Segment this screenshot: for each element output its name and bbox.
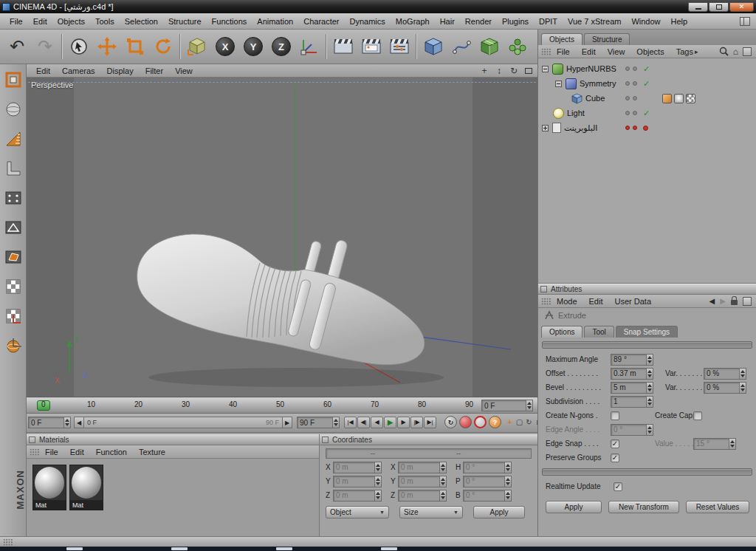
group-header-bar[interactable] [542, 468, 752, 476]
live-selection-button[interactable] [65, 32, 93, 61]
material-thumbnail[interactable]: Mat [32, 465, 66, 510]
menu-hair[interactable]: Hair [435, 15, 460, 28]
viewport-menu-display[interactable]: Display [101, 66, 140, 75]
objects-menu-tags[interactable]: Tags [670, 47, 695, 56]
minimize-button[interactable] [688, 2, 708, 12]
viewport-menu-edit[interactable]: Edit [30, 66, 56, 75]
render-view-button[interactable] [329, 32, 357, 61]
scroll-left-icon[interactable]: ◀ [74, 417, 84, 428]
menu-render[interactable]: Render [460, 15, 497, 28]
group-header-bar[interactable] [542, 341, 752, 349]
attributes-header[interactable]: Attributes [538, 284, 756, 295]
coordinate-size-dropdown[interactable]: Size▼ [399, 506, 463, 519]
disabled-dot-icon[interactable] [643, 126, 648, 131]
move-tool-button[interactable] [93, 32, 121, 61]
size-x-field[interactable]: 0 m [398, 462, 447, 473]
menu-plugins[interactable]: Plugins [497, 15, 534, 28]
play-button[interactable]: ▶ [384, 417, 396, 428]
visibility-dots[interactable] [625, 126, 637, 130]
tab-structure[interactable]: Structure [584, 33, 630, 45]
history-back-icon[interactable]: ◀ [709, 297, 715, 305]
end-frame-field[interactable]: 90 F [297, 417, 340, 428]
maximize-button[interactable] [709, 2, 729, 12]
model-extrude-object[interactable] [115, 211, 455, 395]
visibility-dots[interactable] [625, 66, 637, 71]
panel-grip[interactable] [541, 298, 551, 305]
collapse-toggle-icon[interactable] [542, 66, 549, 72]
model-mode-button[interactable] [2, 98, 24, 120]
timeline-ruler[interactable]: 0 10 20 30 40 50 60 70 80 90 0 F [27, 397, 537, 414]
add-cube-button[interactable] [419, 32, 447, 61]
play-mode-button[interactable]: ↻ [444, 416, 457, 428]
camera-orbit-icon[interactable]: ↻ [509, 66, 519, 76]
offset-field[interactable]: 0.37 m [611, 368, 653, 380]
menu-structure[interactable]: Structure [163, 15, 207, 28]
object-axis-button[interactable] [2, 335, 24, 357]
visibility-dots[interactable] [625, 96, 637, 100]
record-rotation-toggle[interactable]: ↻ [524, 417, 534, 428]
lock-x-button[interactable]: X [211, 32, 239, 61]
camera-dolly-icon[interactable]: ↕ [494, 66, 504, 76]
texture-button[interactable] [2, 276, 24, 298]
points-mode-button[interactable] [2, 187, 24, 209]
record-position-toggle[interactable]: + [505, 417, 515, 428]
next-key-button[interactable]: |▶ [410, 417, 423, 428]
position-x-field[interactable]: 0 m [333, 462, 382, 473]
materials-menu-texture[interactable]: Texture [133, 448, 171, 456]
viewport-menu-view[interactable]: View [169, 66, 199, 75]
tab-options[interactable]: Options [541, 326, 583, 338]
tree-row-light[interactable]: Light ✓ [538, 106, 756, 120]
home-icon[interactable]: ⌂ [733, 47, 738, 57]
enabled-check-icon[interactable]: ✓ [643, 79, 650, 89]
menu-window[interactable]: Window [626, 15, 665, 28]
tree-row-cube[interactable]: Cube [538, 91, 756, 106]
material-thumbnail[interactable]: Mat [69, 465, 103, 510]
search-icon[interactable] [719, 47, 729, 56]
add-spline-button[interactable] [447, 32, 475, 61]
lock-icon[interactable] [731, 300, 738, 305]
panel-collapse-icon[interactable] [29, 437, 35, 443]
materials-menu-file[interactable]: File [39, 448, 64, 456]
expand-toggle-icon[interactable] [542, 125, 549, 131]
edges-mode-button[interactable] [2, 216, 24, 239]
material-name[interactable]: Mat [70, 500, 103, 510]
frame-spinner[interactable] [526, 400, 532, 411]
viewport-maximize-icon[interactable] [523, 66, 534, 76]
history-forward-icon[interactable]: ▶ [720, 297, 726, 305]
coordinate-object-dropdown[interactable]: Object▼ [326, 506, 389, 519]
materials-header[interactable]: Materials [27, 434, 319, 445]
frame-spinner[interactable] [332, 417, 339, 428]
max-angle-field[interactable]: 89 ° [611, 354, 653, 366]
workplane-mode-button[interactable] [2, 157, 24, 179]
rotate-tool-button[interactable] [149, 32, 177, 61]
menu-selection[interactable]: Selection [120, 15, 163, 28]
taskbar-item[interactable] [171, 547, 188, 550]
tree-item-label[interactable]: البلوبرينت [564, 123, 597, 133]
panel-options-icon[interactable] [743, 47, 752, 56]
current-frame-field[interactable]: 0 F [28, 417, 71, 428]
size-y-field[interactable]: 0 m [398, 476, 447, 487]
tree-item-label[interactable]: Symmetry [580, 79, 616, 88]
taskbar-item[interactable] [276, 547, 292, 550]
apply-coordinates-button[interactable]: Apply [473, 506, 525, 519]
panel-grip[interactable] [30, 448, 39, 456]
menu-tools[interactable]: Tools [90, 15, 120, 28]
tree-row-hypernurbs[interactable]: HyperNURBS ✓ [538, 61, 756, 76]
help-button[interactable]: ? [489, 416, 501, 428]
offset-var-field[interactable]: 0 % [704, 368, 746, 380]
visibility-dots[interactable] [625, 111, 637, 115]
autokey-button[interactable] [474, 416, 487, 428]
taskbar-item[interactable] [381, 547, 397, 550]
visibility-dots[interactable] [625, 81, 637, 86]
new-transform-button[interactable]: New Transform [608, 501, 679, 513]
lock-z-button[interactable]: Z [267, 32, 295, 61]
prev-frame-button[interactable]: ◀ [371, 417, 383, 428]
viewport-menu-cameras[interactable]: Cameras [56, 66, 101, 75]
tree-item-label[interactable]: HyperNURBS [566, 64, 616, 73]
uvw-tag-icon[interactable] [686, 94, 695, 103]
realtime-update-checkbox[interactable]: ✓ [614, 482, 622, 491]
record-button[interactable] [459, 416, 472, 428]
scale-tool-button[interactable] [121, 32, 149, 61]
frame-spinner[interactable] [63, 417, 70, 428]
undo-button[interactable]: ↶ [3, 32, 31, 61]
